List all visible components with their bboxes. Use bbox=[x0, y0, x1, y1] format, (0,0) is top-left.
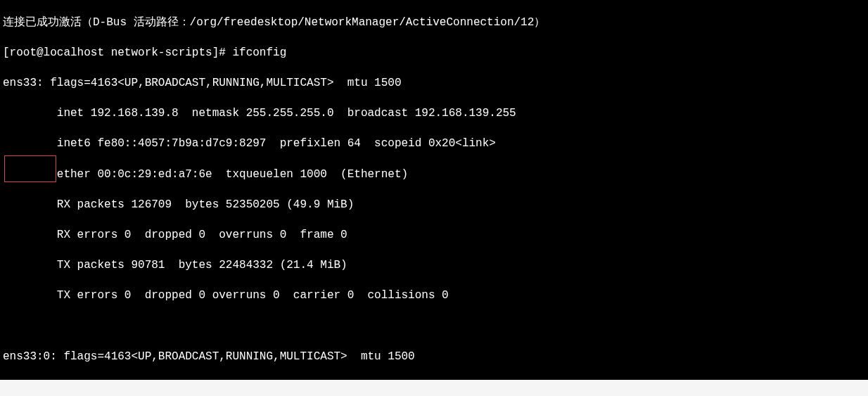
ens33-tx-errors: TX errors 0 dropped 0 overruns 0 carrier… bbox=[3, 288, 865, 304]
status-line: 连接已成功激活（D-Bus 活动路径：/org/freedesktop/Netw… bbox=[3, 15, 865, 31]
ens33-rx-packets: RX packets 126709 bytes 52350205 (49.9 M… bbox=[3, 198, 865, 213]
ens33-tx-packets: TX packets 90781 bytes 22484332 (21.4 Mi… bbox=[3, 258, 865, 274]
prompt: [root@localhost network-scripts]# bbox=[3, 46, 232, 59]
ens33-inet6: inet6 fe80::4057:7b9a:d7c9:8297 prefixle… bbox=[3, 136, 865, 152]
ens33-rx-errors: RX errors 0 dropped 0 overruns 0 frame 0 bbox=[3, 228, 865, 243]
ens33-header: ens33: flags=4163<UP,BROADCAST,RUNNING,M… bbox=[3, 76, 865, 91]
ens33-0-header: ens33:0: flags=4163<UP,BROADCAST,RUNNING… bbox=[3, 350, 865, 365]
ens33-inet: inet 192.168.139.8 netmask 255.255.255.0… bbox=[3, 106, 865, 122]
command: ifconfig bbox=[232, 46, 286, 59]
terminal-output[interactable]: 连接已成功激活（D-Bus 活动路径：/org/freedesktop/Netw… bbox=[0, 0, 868, 380]
prompt-line-1: [root@localhost network-scripts]# ifconf… bbox=[3, 46, 865, 61]
ens33-ether: ether 00:0c:29:ed:a7:6e txqueuelen 1000 … bbox=[3, 167, 865, 183]
blank-line bbox=[3, 319, 865, 334]
footer-bar bbox=[0, 380, 868, 396]
